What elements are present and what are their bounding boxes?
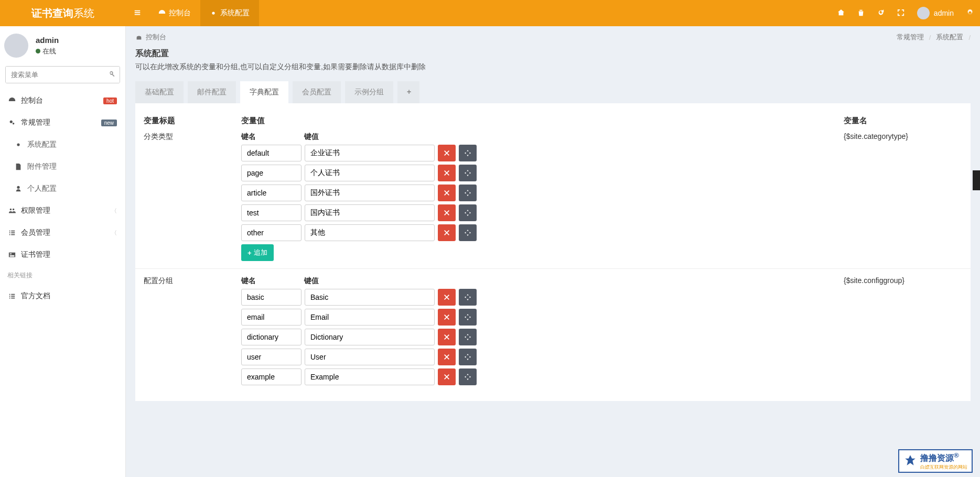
avatar-icon [917,7,930,19]
sidebar-user-status: 在线 [36,47,59,56]
breadcrumb-home[interactable]: 控制台 [135,32,166,42]
tab-add[interactable]: + [397,81,419,103]
brand-logo[interactable]: 证书查询系统 [0,6,126,20]
top-nav: 控制台系统配置 [149,0,831,26]
watermark: 撸撸资源®白嫖互联网资源的网站 [898,449,973,473]
var-name: {$site.categorytype} [844,132,964,261]
delete-button[interactable] [438,185,456,201]
sidebar-item[interactable]: 证书管理 [0,244,125,266]
move-button[interactable] [459,204,477,221]
side-drawer-tab[interactable] [973,170,980,190]
topnav-item[interactable]: 系统配置 [200,0,259,26]
move-button[interactable] [459,224,477,241]
key-value-input[interactable] [305,185,435,201]
user-menu[interactable]: admin [911,7,960,19]
delete-button[interactable] [438,368,456,385]
settings-icon[interactable] [960,1,980,26]
key-name-input[interactable] [241,204,301,221]
move-button[interactable] [459,185,477,201]
delete-button[interactable] [438,289,456,306]
move-button[interactable] [459,145,477,161]
sidebar-item[interactable]: 权限管理〈 [0,200,125,222]
sidebar-item[interactable]: 控制台hot [0,90,125,112]
panel-desc: 可以在此增改系统的变量和分组,也可以自定义分组和变量,如果需要删除请从数据库中删… [135,62,971,72]
tab[interactable]: 会员配置 [293,81,341,103]
key-name-input[interactable] [241,349,301,365]
header-var-value: 变量值 [241,116,844,126]
move-button[interactable] [459,349,477,365]
group-title: 配置分组 [142,276,241,388]
key-name-input[interactable] [241,289,301,306]
sidebar: admin 在线 控制台hot常规管理new系统配置附件管理个人配置权限管理〈会… [0,26,126,477]
move-button[interactable] [459,368,477,385]
key-value-input[interactable] [305,224,435,241]
key-value-input[interactable] [305,145,435,161]
sidebar-toggle[interactable] [126,1,149,26]
sidebar-item[interactable]: 附件管理 [0,156,125,178]
key-value-input[interactable] [305,368,435,385]
topnav-item[interactable]: 控制台 [149,0,200,26]
breadcrumb-item[interactable]: 常规管理 [897,32,924,42]
move-button[interactable] [459,165,477,181]
breadcrumb-item[interactable]: 系统配置 [936,32,963,42]
home-icon[interactable] [831,1,851,26]
key-value-input[interactable] [305,309,435,326]
delete-button[interactable] [438,224,456,241]
delete-button[interactable] [438,165,456,181]
key-name-input[interactable] [241,165,301,181]
sidebar-section-label: 相关链接 [0,266,125,285]
key-value-input[interactable] [305,165,435,181]
sidebar-user-name: admin [36,36,59,45]
fullscreen-icon[interactable] [891,1,911,26]
key-value-input[interactable] [305,204,435,221]
move-button[interactable] [459,329,477,345]
delete-button[interactable] [438,309,456,326]
delete-button[interactable] [438,204,456,221]
header-var-title: 变量标题 [142,116,241,126]
move-button[interactable] [459,309,477,326]
sidebar-item[interactable]: 官方文档 [0,285,125,307]
tab[interactable]: 示例分组 [345,81,393,103]
delete-button[interactable] [438,145,456,161]
key-name-input[interactable] [241,224,301,241]
sidebar-item[interactable]: 常规管理new [0,112,125,134]
key-name-input[interactable] [241,185,301,201]
sidebar-item[interactable]: 系统配置 [0,134,125,156]
avatar-icon [4,34,28,58]
group-title: 分类类型 [142,132,241,261]
tab[interactable]: 基础配置 [135,81,184,103]
trash-icon[interactable] [851,1,871,26]
delete-button[interactable] [438,349,456,365]
search-input[interactable] [6,67,104,83]
var-name: {$site.configgroup} [844,276,964,388]
key-name-input[interactable] [241,368,301,385]
key-name-input[interactable] [241,309,301,326]
key-value-input[interactable] [305,289,435,306]
refresh-icon[interactable] [871,1,891,26]
move-button[interactable] [459,289,477,306]
key-value-input[interactable] [305,329,435,345]
tab[interactable]: 字典配置 [240,81,288,103]
user-name: admin [934,9,954,17]
key-name-input[interactable] [241,145,301,161]
panel-title: 系统配置 [135,48,971,59]
search-button[interactable] [104,67,120,83]
sidebar-item[interactable]: 会员管理〈 [0,222,125,244]
tab[interactable]: 邮件配置 [188,81,236,103]
delete-button[interactable] [438,329,456,345]
key-name-input[interactable] [241,329,301,345]
add-button[interactable]: +追加 [241,244,274,261]
sidebar-item[interactable]: 个人配置 [0,178,125,200]
header-var-name: 变量名 [844,116,964,126]
key-value-input[interactable] [305,349,435,365]
